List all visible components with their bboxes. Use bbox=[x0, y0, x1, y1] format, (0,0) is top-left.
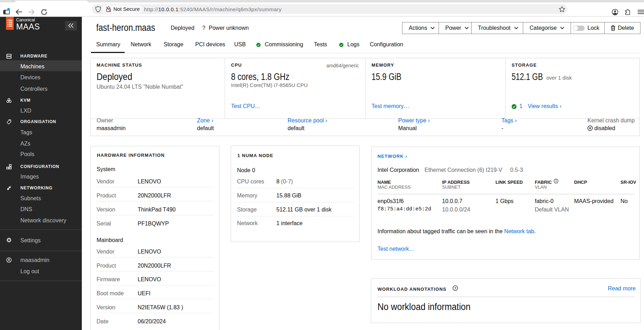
svg-text:?: ? bbox=[454, 287, 456, 290]
